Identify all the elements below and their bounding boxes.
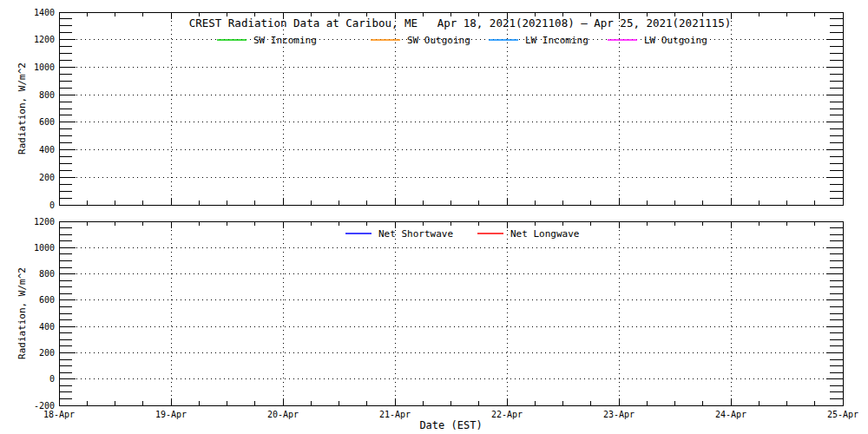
x-axis-title: Date (EST) (59, 419, 843, 431)
y-tick-label: 800 (39, 269, 55, 279)
y-tick-label: 600 (39, 117, 55, 127)
y-tick-label: 1400 (34, 8, 55, 17)
legend-label: Net Shortwave (378, 228, 453, 240)
panel-frame (59, 221, 843, 405)
y-tick-label: 0 (49, 374, 55, 384)
x-tick-label: 25-Apr (827, 410, 858, 419)
legend-label: LW Incoming (525, 35, 589, 46)
y-tick-label: 1200 (34, 217, 55, 227)
legend-label: LW Outgoing (644, 35, 707, 46)
y-tick-label: 0 (49, 201, 55, 210)
y-axis-title-bottom: Radiation, W/m^2 (16, 255, 29, 372)
y-tick-label: 1200 (34, 35, 55, 44)
net-radiation-panel: -200020040060080010001200Net ShortwaveNe… (34, 217, 843, 411)
radiation-components-panel: 0200400600800100012001400SW IncomingSW O… (34, 8, 843, 210)
chart-title: CREST Radiation Data at Caribou, ME Apr … (26, 16, 868, 30)
legend-label: SW Outgoing (407, 35, 470, 46)
x-tick-label: 19-Apr (155, 410, 187, 419)
y-tick-label: 200 (39, 173, 55, 182)
x-tick-label: 20-Apr (267, 410, 299, 419)
y-tick-label: 600 (39, 295, 55, 305)
y-tick-label: 1000 (34, 62, 55, 72)
x-axis-labels: 18-Apr19-Apr20-Apr21-Apr22-Apr23-Apr24-A… (43, 410, 858, 419)
y-tick-label: 400 (39, 145, 55, 155)
legend-label: Net Longwave (510, 228, 579, 240)
legend-label: SW Incoming (253, 35, 317, 46)
x-tick-label: 23-Apr (603, 410, 635, 419)
x-tick-label: 18-Apr (43, 410, 75, 419)
y-tick-label: 800 (39, 90, 55, 100)
y-tick-label: 400 (39, 322, 55, 332)
x-tick-label: 22-Apr (491, 410, 523, 419)
x-tick-label: 21-Apr (379, 410, 411, 419)
y-tick-label: 1000 (34, 243, 55, 253)
y-tick-label: 200 (39, 348, 55, 358)
y-axis-title-top: Radiation, W/m^2 (16, 50, 29, 167)
y-tick-label: -200 (34, 401, 55, 411)
x-tick-label: 24-Apr (715, 410, 746, 419)
radiation-figure: 0200400600800100012001400SW IncomingSW O… (0, 0, 868, 434)
plot-canvas: 0200400600800100012001400SW IncomingSW O… (0, 0, 868, 434)
